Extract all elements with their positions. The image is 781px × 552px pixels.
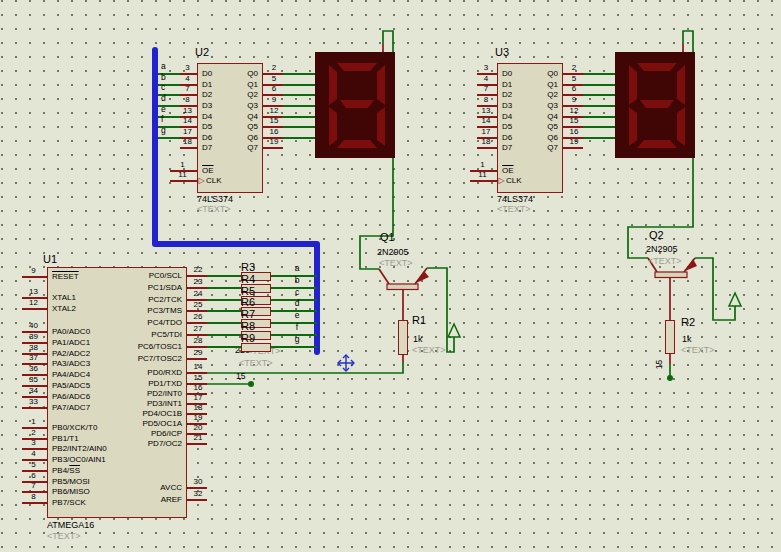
net-label-15[interactable]: 15 — [236, 372, 245, 381]
pin-number-u1-14: 14 — [189, 362, 207, 371]
net-label-e[interactable]: e — [161, 105, 175, 114]
pin-number-u1-32: 32 — [189, 489, 207, 498]
net-label-f[interactable]: f — [161, 115, 175, 124]
net-label-e-bus[interactable]: e — [289, 311, 305, 320]
net-label-c-bus[interactable]: c — [289, 288, 305, 297]
wire-u3-q5-to-display[interactable] — [583, 126, 615, 128]
r2-ref[interactable]: R2 — [681, 316, 695, 328]
r1-value[interactable]: 1k — [413, 334, 423, 344]
wire-pc4-to-r7[interactable] — [207, 322, 241, 324]
transistor-q1-symbol[interactable] — [379, 268, 429, 290]
pin-name-u3-6: Q2 — [528, 90, 558, 99]
net-label-d-bus[interactable]: d — [289, 299, 305, 308]
chip-u2-value[interactable]: 74LS374 — [197, 194, 233, 204]
wire-r9-to-bus[interactable] — [271, 346, 317, 348]
power-arrow-terminal-1[interactable] — [448, 324, 460, 337]
resistor-r2[interactable] — [665, 320, 675, 354]
wire-net-g-to-u2[interactable] — [158, 137, 180, 139]
pin-u1-32[interactable] — [187, 499, 207, 501]
r8-ref[interactable]: R8 — [241, 320, 255, 332]
net-label-15-vertical[interactable]: 15 — [655, 356, 664, 374]
r3-ref[interactable]: R3 — [241, 261, 255, 273]
wire-u3-q0-to-display[interactable] — [583, 73, 615, 75]
pin-number-u2-13: 13 — [179, 106, 196, 115]
wire-pc5-to-r8[interactable] — [207, 334, 241, 336]
resistor-r1[interactable] — [398, 320, 408, 355]
wire-pc6-to-r9[interactable] — [207, 346, 241, 348]
wire-pc1-to-r4[interactable] — [207, 287, 241, 289]
pin-u1-8[interactable] — [22, 502, 47, 504]
q2-ref[interactable]: Q2 — [649, 229, 664, 241]
r6-ref[interactable]: R6 — [241, 296, 255, 308]
pin-u1-12[interactable] — [22, 308, 47, 310]
pin-number-u3-7: 7 — [476, 84, 496, 93]
pin-number-u3-6: 6 — [565, 84, 583, 93]
net-label-b-bus[interactable]: b — [289, 276, 305, 285]
q1-collector-lead[interactable] — [379, 269, 389, 284]
wire-u3-q1-to-display[interactable] — [583, 84, 615, 86]
pin-u3-11[interactable] — [470, 180, 497, 182]
pin-number-u1-12: 12 — [21, 298, 46, 307]
seven-segment-display-2[interactable] — [615, 52, 695, 158]
wire-u2-q3-to-display[interactable] — [283, 105, 315, 107]
net-label-f-bus[interactable]: f — [289, 323, 305, 332]
wire-u2-q4-to-display[interactable] — [283, 116, 315, 118]
pin-name-u3-2: Q0 — [528, 69, 558, 78]
wire-u2-q0-to-display[interactable] — [283, 73, 315, 75]
wire-pc2-to-r5[interactable] — [207, 299, 241, 301]
wire-u3-q4-to-display[interactable] — [583, 116, 615, 118]
wire-u2-q6-to-display[interactable] — [283, 137, 315, 139]
pin-u3-19[interactable] — [563, 147, 583, 149]
wire-q2-emitter-to-power[interactable] — [695, 258, 735, 320]
pin-u1-29[interactable] — [187, 358, 207, 360]
net-label-g-bus[interactable]: g — [289, 335, 305, 344]
r9-ref[interactable]: R9 — [241, 332, 255, 344]
q1-value[interactable]: 2N2905 — [377, 247, 409, 257]
pin-number-u1-1: 1 — [21, 417, 46, 426]
wire-u3-q3-to-display[interactable] — [583, 105, 615, 107]
wire-u2-q1-to-display[interactable] — [283, 84, 315, 86]
pin-number-u2-11: 11 — [169, 170, 196, 179]
wire-pc3-to-r6[interactable] — [207, 310, 241, 312]
pin-name-u2-9: Q3 — [228, 101, 258, 110]
chip-u3-text-placeholder: <TEXT> — [497, 204, 531, 214]
r7-ref[interactable]: R7 — [241, 308, 255, 320]
segment-d — [337, 140, 377, 148]
power-arrow-terminal-2[interactable] — [729, 293, 741, 306]
net-label-b[interactable]: b — [161, 73, 175, 82]
pin-u2-11[interactable] — [170, 180, 197, 182]
q1-base-bar[interactable] — [387, 284, 418, 290]
q2-value[interactable]: 2N2905 — [646, 244, 678, 254]
net-label-c[interactable]: c — [161, 83, 175, 92]
q2-base-bar[interactable] — [655, 272, 687, 278]
pin-name-u1-20: PD6/ICP — [112, 429, 182, 438]
chip-u2-ref[interactable]: U2 — [195, 46, 209, 58]
pin-u3-18[interactable] — [477, 147, 497, 149]
chip-u1-value[interactable]: ATMEGA16 — [47, 520, 94, 530]
q1-ref[interactable]: Q1 — [380, 231, 395, 243]
pin-number-u1-8: 8 — [21, 492, 46, 501]
pin-u2-18[interactable] — [180, 147, 197, 149]
r1-ref[interactable]: R1 — [412, 314, 426, 326]
net-label-g[interactable]: g — [161, 126, 175, 135]
wire-u3-q2-to-display[interactable] — [583, 94, 615, 96]
pin-u1-9[interactable] — [22, 276, 47, 278]
wire-q1-emitter-to-power[interactable] — [427, 268, 454, 352]
wire-pc0-to-r3[interactable] — [207, 275, 241, 277]
wire-u2-q5-to-display[interactable] — [283, 126, 315, 128]
net-label-a-bus[interactable]: a — [289, 264, 305, 273]
wire-u3-q6-to-display[interactable] — [583, 137, 615, 139]
wire-u2-q2-to-display[interactable] — [283, 94, 315, 96]
pin-u2-19[interactable] — [263, 147, 283, 149]
r2-value[interactable]: 1k — [682, 334, 692, 344]
pin-u1-33[interactable] — [22, 407, 47, 409]
pin-u1-21[interactable] — [187, 443, 207, 445]
r4-ref[interactable]: R4 — [241, 273, 255, 285]
chip-u1-ref[interactable]: U1 — [43, 253, 57, 265]
seven-segment-display-1[interactable] — [315, 52, 395, 158]
chip-u3-value[interactable]: 74LS374 — [497, 194, 533, 204]
net-label-d[interactable]: d — [161, 94, 175, 103]
net-label-a[interactable]: a — [161, 62, 175, 71]
pin-number-u1-20: 20 — [189, 423, 207, 432]
chip-u3-ref[interactable]: U3 — [495, 46, 509, 58]
